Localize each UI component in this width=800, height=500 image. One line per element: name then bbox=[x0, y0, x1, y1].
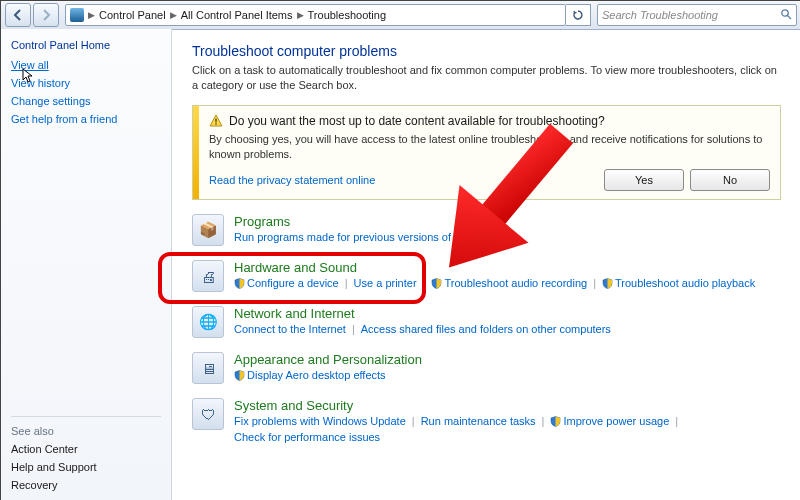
category-links: Display Aero desktop effects bbox=[234, 369, 781, 381]
category-icon: 🖨 bbox=[192, 260, 224, 292]
category-appearance-and-personalization: 🖥Appearance and PersonalizationDisplay A… bbox=[192, 352, 781, 384]
svg-point-0 bbox=[782, 10, 788, 16]
warning-icon bbox=[209, 114, 223, 128]
back-button[interactable] bbox=[5, 3, 31, 27]
shield-icon bbox=[234, 278, 245, 289]
separator: | bbox=[345, 277, 348, 289]
page-description: Click on a task to automatically trouble… bbox=[192, 63, 781, 93]
sidebar-link-label: View all bbox=[11, 59, 49, 71]
category-title-hardware-and-sound[interactable]: Hardware and Sound bbox=[234, 260, 781, 275]
breadcrumb-item[interactable]: All Control Panel Items bbox=[181, 9, 293, 21]
category-body: Hardware and SoundConfigure a device|Use… bbox=[234, 260, 781, 289]
task-link-configure-a-device[interactable]: Configure a device bbox=[234, 277, 339, 289]
shield-icon bbox=[550, 416, 561, 427]
task-link-access-shared-files-and-folders-on-other-computers[interactable]: Access shared files and folders on other… bbox=[361, 323, 611, 335]
infobox-text: By choosing yes, you will have access to… bbox=[209, 132, 770, 162]
category-icon: 🛡 bbox=[192, 398, 224, 430]
separator: | bbox=[675, 415, 678, 427]
category-hardware-and-sound: 🖨Hardware and SoundConfigure a device|Us… bbox=[192, 260, 781, 292]
category-programs: 📦ProgramsRun programs made for previous … bbox=[192, 214, 781, 246]
task-link-troubleshoot-audio-playback[interactable]: Troubleshoot audio playback bbox=[602, 277, 755, 289]
category-links: Run programs made for previous versions … bbox=[234, 231, 781, 243]
category-system-and-security: 🛡System and SecurityFix problems with Wi… bbox=[192, 398, 781, 443]
category-links: Configure a device|Use a printer|Trouble… bbox=[234, 277, 781, 289]
main-content: Troubleshoot computer problems Click on … bbox=[172, 29, 800, 500]
svg-rect-3 bbox=[215, 123, 216, 124]
infobox-title: Do you want the most up to date content … bbox=[229, 114, 605, 128]
control-panel-home-link[interactable]: Control Panel Home bbox=[11, 39, 161, 51]
control-panel-icon bbox=[70, 8, 84, 22]
category-icon: 🖥 bbox=[192, 352, 224, 384]
sidebar-link-get-help[interactable]: Get help from a friend bbox=[11, 113, 161, 125]
category-title-programs[interactable]: Programs bbox=[234, 214, 781, 229]
separator: | bbox=[352, 323, 355, 335]
search-icon bbox=[780, 8, 792, 22]
address-bar: ▶ Control Panel ▶ All Control Panel Item… bbox=[1, 1, 800, 30]
category-body: System and SecurityFix problems with Win… bbox=[234, 398, 781, 443]
chevron-right-icon: ▶ bbox=[88, 10, 95, 20]
category-title-system-and-security[interactable]: System and Security bbox=[234, 398, 781, 413]
search-input[interactable]: Search Troubleshooting bbox=[597, 4, 797, 26]
update-content-infobox: Do you want the most up to date content … bbox=[192, 105, 781, 201]
task-link-check-for-performance-issues[interactable]: Check for performance issues bbox=[234, 431, 380, 443]
task-link-display-aero-desktop-effects[interactable]: Display Aero desktop effects bbox=[234, 369, 386, 381]
svg-line-1 bbox=[788, 16, 792, 20]
task-link-use-a-printer[interactable]: Use a printer bbox=[354, 277, 417, 289]
breadcrumb-item[interactable]: Control Panel bbox=[99, 9, 166, 21]
category-body: Network and InternetConnect to the Inter… bbox=[234, 306, 781, 335]
separator: | bbox=[423, 277, 426, 289]
category-icon: 🌐 bbox=[192, 306, 224, 338]
separator: | bbox=[412, 415, 415, 427]
svg-rect-2 bbox=[215, 118, 216, 122]
shield-icon bbox=[431, 278, 442, 289]
category-title-appearance-and-personalization[interactable]: Appearance and Personalization bbox=[234, 352, 781, 367]
refresh-button[interactable] bbox=[566, 4, 591, 26]
see-also-recovery[interactable]: Recovery bbox=[11, 479, 161, 491]
page-title: Troubleshoot computer problems bbox=[192, 43, 781, 59]
see-also-heading: See also bbox=[11, 425, 161, 437]
shield-icon bbox=[602, 278, 613, 289]
privacy-statement-link[interactable]: Read the privacy statement online bbox=[209, 174, 375, 186]
category-network-and-internet: 🌐Network and InternetConnect to the Inte… bbox=[192, 306, 781, 338]
yes-button[interactable]: Yes bbox=[604, 169, 684, 191]
category-icon: 📦 bbox=[192, 214, 224, 246]
sidebar-link-view-history[interactable]: View history bbox=[11, 77, 161, 89]
breadcrumb-item[interactable]: Troubleshooting bbox=[308, 9, 386, 21]
category-body: ProgramsRun programs made for previous v… bbox=[234, 214, 781, 243]
category-title-network-and-internet[interactable]: Network and Internet bbox=[234, 306, 781, 321]
forward-button[interactable] bbox=[33, 3, 59, 27]
category-links: Connect to the Internet|Access shared fi… bbox=[234, 323, 781, 335]
task-link-troubleshoot-audio-recording[interactable]: Troubleshoot audio recording bbox=[431, 277, 587, 289]
breadcrumb[interactable]: ▶ Control Panel ▶ All Control Panel Item… bbox=[65, 4, 566, 26]
see-also-help-support[interactable]: Help and Support bbox=[11, 461, 161, 473]
shield-icon bbox=[234, 370, 245, 381]
search-placeholder: Search Troubleshooting bbox=[602, 9, 718, 21]
no-button[interactable]: No bbox=[690, 169, 770, 191]
task-link-connect-to-the-internet[interactable]: Connect to the Internet bbox=[234, 323, 346, 335]
task-link-run-programs-made-for-previous-versions-of-windows[interactable]: Run programs made for previous versions … bbox=[234, 231, 499, 243]
category-body: Appearance and PersonalizationDisplay Ae… bbox=[234, 352, 781, 381]
sidebar-link-change-settings[interactable]: Change settings bbox=[11, 95, 161, 107]
chevron-right-icon: ▶ bbox=[297, 10, 304, 20]
task-link-improve-power-usage[interactable]: Improve power usage bbox=[550, 415, 669, 427]
sidebar-link-view-all[interactable]: View all bbox=[11, 59, 161, 71]
see-also-action-center[interactable]: Action Center bbox=[11, 443, 161, 455]
sidebar: Control Panel Home View all View history… bbox=[1, 29, 172, 500]
chevron-right-icon: ▶ bbox=[170, 10, 177, 20]
separator: | bbox=[593, 277, 596, 289]
task-link-fix-problems-with-windows-update[interactable]: Fix problems with Windows Update bbox=[234, 415, 406, 427]
category-links: Fix problems with Windows Update|Run mai… bbox=[234, 415, 781, 443]
separator: | bbox=[542, 415, 545, 427]
task-link-run-maintenance-tasks[interactable]: Run maintenance tasks bbox=[421, 415, 536, 427]
